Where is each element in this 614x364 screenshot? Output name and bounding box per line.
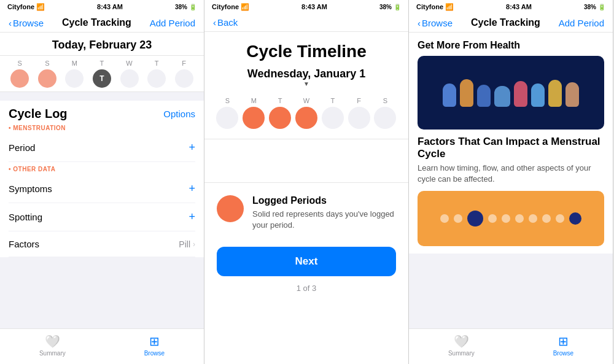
other-data-label: • OTHER DATA [9, 166, 195, 172]
date-header-1: Today, February 23 [0, 33, 204, 56]
add-period-btn-3[interactable]: Add Period [559, 18, 604, 28]
carrier-2: Cityfone [212, 3, 239, 10]
timeline-title: Cycle Timeline [217, 42, 396, 61]
status-right-3: 38% 🔋 [584, 4, 605, 10]
tday-t2: T [322, 97, 344, 129]
timeline-week: S M T W T F S [204, 93, 408, 133]
period-row[interactable]: Period + [9, 134, 195, 162]
tday-s2: S [374, 97, 396, 129]
health-section: Get More From Health Factors That Can Im… [409, 33, 613, 254]
period-dot-large [217, 195, 244, 222]
figure-6 [548, 80, 562, 107]
week-day-t1: T T [93, 60, 111, 88]
cycle-dot-4 [502, 214, 510, 223]
phone-3: Cityfone 📶 8:43 AM 38% 🔋 ‹ Browse Cycle … [409, 0, 613, 364]
tday-circle-f [348, 107, 370, 129]
figure-1 [443, 83, 456, 107]
spotting-add-btn[interactable]: + [188, 211, 195, 223]
tday-circle-m [243, 107, 265, 129]
add-period-btn-1[interactable]: Add Period [150, 18, 195, 28]
period-desc: Solid red represents days you've logged … [252, 209, 396, 231]
factors-value: Pill › [179, 239, 195, 249]
tab-browse-label-3: Browse [553, 350, 573, 357]
status-left-2: Cityfone 📶 [212, 3, 249, 11]
battery-pct-3: 38% [584, 4, 596, 10]
symptoms-add-btn[interactable]: + [188, 182, 195, 195]
symptoms-row[interactable]: Symptoms + [9, 175, 195, 203]
cycle-dot-1 [440, 214, 449, 223]
logged-periods-section: Logged Periods Solid red represents days… [204, 189, 408, 237]
get-more-title: Get More From Health [418, 40, 604, 51]
timeline-date: Wednesday, January 1 [217, 68, 396, 80]
day-circle-m[interactable] [65, 69, 84, 88]
cycle-dot-7 [542, 214, 551, 223]
tab-browse-label-1: Browse [144, 350, 165, 357]
factors-row[interactable]: Factors Pill › [9, 231, 195, 257]
browse-back-btn-1[interactable]: ‹ Browse [9, 18, 44, 28]
nav-title-1: Cycle Tracking [62, 17, 131, 28]
tday-m: M [243, 97, 265, 129]
status-left-3: Cityfone 📶 [416, 3, 454, 11]
day-circle-s2[interactable] [38, 69, 56, 88]
back-btn-2[interactable]: ‹ Back [213, 17, 238, 28]
time-3: 8:43 AM [506, 3, 532, 10]
phone2-content: Cycle Timeline Wednesday, January 1 ▼ S … [204, 32, 408, 364]
day-circle-w[interactable] [120, 69, 139, 88]
day-circle-today[interactable]: T [93, 69, 111, 88]
grid-icon-1: ⊞ [149, 334, 160, 349]
tday-circle-t1 [269, 107, 291, 129]
cycle-dot-8 [556, 214, 564, 223]
phone-1: Cityfone 📶 8:43 AM 38% 🔋 ‹ Browse Cycle … [0, 0, 204, 364]
log-title: Cycle Log [9, 107, 68, 121]
tab-bar-1: 🤍 Summary ⊞ Browse [0, 328, 204, 364]
status-left-1: Cityfone 📶 [7, 3, 45, 11]
divider-1 [204, 139, 408, 139]
tab-summary-1[interactable]: 🤍 Summary [39, 334, 66, 357]
spotting-row[interactable]: Spotting + [9, 203, 195, 231]
battery-icon-1: 🔋 [189, 4, 196, 10]
tday-circle-s2 [374, 107, 396, 129]
tday-circle-t2 [322, 107, 344, 129]
week-day-s2: S [38, 60, 56, 88]
tab-browse-1[interactable]: ⊞ Browse [144, 334, 165, 357]
divider-2 [204, 182, 408, 183]
day-circle-t2[interactable] [147, 69, 166, 88]
tab-summary-3[interactable]: 🤍 Summary [448, 334, 475, 357]
timeline-indicator: ▼ [217, 80, 396, 87]
next-button[interactable]: Next [217, 247, 396, 276]
wifi-icon-1: 📶 [36, 3, 45, 11]
factors-label: Factors [9, 239, 39, 249]
period-add-btn[interactable]: + [188, 141, 195, 154]
battery-pct-2: 38% [379, 4, 392, 10]
status-bar-3: Cityfone 📶 8:43 AM 38% 🔋 [409, 0, 613, 14]
grid-icon-3: ⊞ [558, 334, 569, 349]
status-right-2: 38% 🔋 [379, 4, 401, 10]
phone-2: Cityfone 📶 8:43 AM 38% 🔋 ‹ Back Cycle Ti… [204, 0, 409, 364]
options-btn[interactable]: Options [163, 109, 195, 119]
heart-icon-1: 🤍 [45, 334, 60, 349]
day-circle-s1[interactable] [10, 69, 29, 88]
chevron-right-icon: › [193, 240, 195, 249]
tab-browse-3[interactable]: ⊞ Browse [553, 334, 573, 357]
tab-summary-label-1: Summary [39, 350, 66, 357]
heart-icon-3: 🤍 [454, 334, 469, 349]
cycle-dot-3 [488, 214, 497, 223]
symptoms-label: Symptoms [9, 184, 52, 194]
phone1-scroll: Cycle Log Options • MENSTRUATION Period … [0, 92, 204, 328]
health-banner [418, 56, 604, 130]
period-description: Logged Periods Solid red represents days… [252, 195, 396, 231]
cycle-dot-5 [515, 214, 524, 223]
time-1: 8:43 AM [97, 3, 123, 10]
cycle-log-header: Cycle Log Options [9, 107, 195, 121]
day-circle-f[interactable] [175, 69, 193, 88]
tday-w: W [295, 97, 317, 129]
wifi-icon-2: 📶 [241, 3, 249, 11]
tday-circle-w [295, 107, 317, 129]
factors-title: Factors That Can Impact a Menstrual Cycl… [418, 136, 604, 160]
browse-back-btn-3[interactable]: ‹ Browse [418, 18, 453, 28]
period-title: Logged Periods [252, 195, 396, 206]
battery-icon-3: 🔋 [598, 4, 605, 10]
figure-5 [531, 83, 545, 107]
cycle-log-section: Cycle Log Options • MENSTRUATION Period … [0, 101, 204, 257]
tday-f: F [348, 97, 370, 129]
